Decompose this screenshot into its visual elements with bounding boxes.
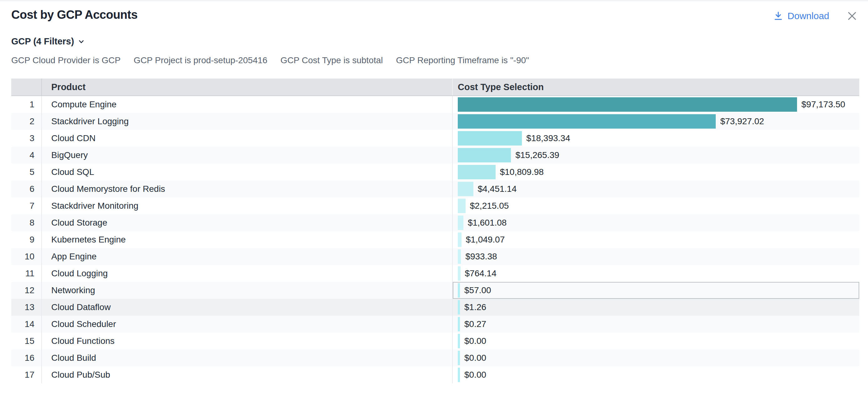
modal-header: Cost by GCP Accounts Download: [0, 1, 868, 23]
cost-bar: [458, 199, 466, 213]
table-row[interactable]: 2 Stackdriver Logging $73,927.02: [11, 113, 859, 130]
row-number: 3: [11, 130, 42, 147]
product-cell: BigQuery: [42, 147, 453, 164]
cost-value: $15,265.39: [515, 150, 559, 160]
product-cell: App Engine: [42, 248, 453, 265]
table-row[interactable]: 9 Kubernetes Engine $1,049.07: [11, 231, 859, 248]
table-row[interactable]: 5 Cloud SQL $10,809.98: [11, 164, 859, 181]
cost-by-gcp-accounts-modal: Cost by GCP Accounts Download: [0, 0, 868, 393]
product-cell: Cloud Functions: [42, 333, 453, 350]
table-row[interactable]: 14 Cloud Scheduler $0.27: [11, 316, 859, 333]
table-row[interactable]: 13 Cloud Dataflow $1.26: [11, 299, 859, 316]
table-row[interactable]: 8 Cloud Storage $1,601.08: [11, 214, 859, 231]
filter-chips: GCP Cloud Provider is GCP GCP Project is…: [11, 55, 868, 65]
download-button[interactable]: Download: [773, 11, 829, 21]
cost-cell[interactable]: $0.27: [453, 316, 859, 333]
row-number: 2: [11, 113, 42, 130]
cost-cell[interactable]: $1,049.07: [453, 231, 859, 248]
cost-value: $0.27: [464, 319, 486, 329]
table-body: 1 Compute Engine $97,173.50 2 Stackdrive…: [11, 96, 859, 383]
cost-cell[interactable]: $4,451.14: [453, 181, 859, 198]
cost-value: $73,927.02: [720, 116, 764, 126]
cost-value: $2,215.05: [470, 201, 509, 211]
cost-cell[interactable]: $933.38: [453, 248, 859, 265]
cost-value: $97,173.50: [801, 99, 845, 110]
cost-cell[interactable]: $18,393.34: [453, 130, 859, 147]
cost-cell[interactable]: $1.26: [453, 299, 859, 316]
header-actions: Download: [773, 7, 859, 23]
cost-cell[interactable]: $1,601.08: [453, 214, 859, 231]
cost-value: $4,451.14: [478, 184, 517, 194]
cost-bar: [458, 317, 460, 331]
cost-bar: [458, 368, 460, 382]
filters-toggle[interactable]: GCP (4 Filters): [11, 36, 85, 47]
table-row[interactable]: 12 Networking $57.00: [11, 282, 859, 299]
table-row[interactable]: 7 Stackdriver Monitoring $2,215.05: [11, 198, 859, 214]
cost-cell[interactable]: $97,173.50: [453, 96, 859, 113]
cost-cell[interactable]: $764.14: [453, 265, 859, 282]
product-cell: Cloud CDN: [42, 130, 453, 147]
row-number: 14: [11, 316, 42, 333]
row-number: 6: [11, 181, 42, 198]
table-row[interactable]: 10 App Engine $933.38: [11, 248, 859, 265]
cost-bar: [458, 334, 460, 348]
product-cell: Cloud Memorystore for Redis: [42, 181, 453, 198]
table-row[interactable]: 16 Cloud Build $0.00: [11, 350, 859, 366]
cost-bar: [458, 182, 473, 196]
close-icon: [847, 18, 857, 22]
header-product: Product: [42, 79, 453, 95]
row-number: 4: [11, 147, 42, 164]
cost-cell[interactable]: $10,809.98: [453, 164, 859, 181]
product-cell: Cloud Build: [42, 350, 453, 366]
product-cell: Cloud SQL: [42, 164, 453, 181]
cost-cell[interactable]: $57.00: [453, 282, 859, 299]
header-row-number: [11, 79, 42, 95]
filters-toggle-label: GCP (4 Filters): [11, 36, 74, 47]
table-row[interactable]: 17 Cloud Pub/Sub $0.00: [11, 366, 859, 383]
cost-cell[interactable]: $73,927.02: [453, 113, 859, 130]
cost-value: $0.00: [464, 370, 486, 380]
product-cell: Cloud Dataflow: [42, 299, 453, 316]
cost-value: $18,393.34: [526, 133, 570, 143]
cost-bar: [458, 165, 496, 179]
table-row[interactable]: 11 Cloud Logging $764.14: [11, 265, 859, 282]
row-number: 10: [11, 248, 42, 265]
row-number: 12: [11, 282, 42, 299]
header-cost-type-selection: Cost Type Selection: [453, 79, 859, 95]
row-number: 5: [11, 164, 42, 181]
table-row[interactable]: 3 Cloud CDN $18,393.34: [11, 130, 859, 147]
product-cell: Cloud Scheduler: [42, 316, 453, 333]
product-cell: Compute Engine: [42, 96, 453, 113]
cost-cell[interactable]: $0.00: [453, 333, 859, 350]
product-cell: Cloud Logging: [42, 265, 453, 282]
table-row[interactable]: 6 Cloud Memorystore for Redis $4,451.14: [11, 181, 859, 198]
download-icon: [773, 11, 783, 21]
product-cell: Stackdriver Logging: [42, 113, 453, 130]
table-row[interactable]: 15 Cloud Functions $0.00: [11, 333, 859, 350]
row-number: 7: [11, 198, 42, 214]
cost-bar: [458, 114, 716, 129]
cost-bar: [458, 283, 460, 298]
cost-value: $933.38: [465, 251, 497, 262]
row-number: 17: [11, 366, 42, 383]
cost-value: $10,809.98: [500, 167, 544, 177]
cost-value: $1,601.08: [468, 218, 507, 228]
table-header-row: Product Cost Type Selection: [11, 79, 859, 96]
table-row[interactable]: 1 Compute Engine $97,173.50: [11, 96, 859, 113]
cost-cell[interactable]: $2,215.05: [453, 198, 859, 214]
product-cell: Stackdriver Monitoring: [42, 198, 453, 214]
close-button[interactable]: [845, 9, 859, 23]
row-number: 15: [11, 333, 42, 350]
row-number: 1: [11, 96, 42, 113]
cost-cell[interactable]: $15,265.39: [453, 147, 859, 164]
product-cell: Networking: [42, 282, 453, 299]
cost-bar: [458, 97, 797, 112]
cost-cell[interactable]: $0.00: [453, 350, 859, 366]
cost-value: $0.00: [464, 353, 486, 363]
cost-bar: [458, 351, 460, 365]
table-row[interactable]: 4 BigQuery $15,265.39: [11, 147, 859, 164]
product-cell: Kubernetes Engine: [42, 231, 453, 248]
cost-cell[interactable]: $0.00: [453, 366, 859, 383]
cost-value: $57.00: [464, 285, 491, 295]
cost-table: Product Cost Type Selection 1 Compute En…: [11, 79, 859, 383]
